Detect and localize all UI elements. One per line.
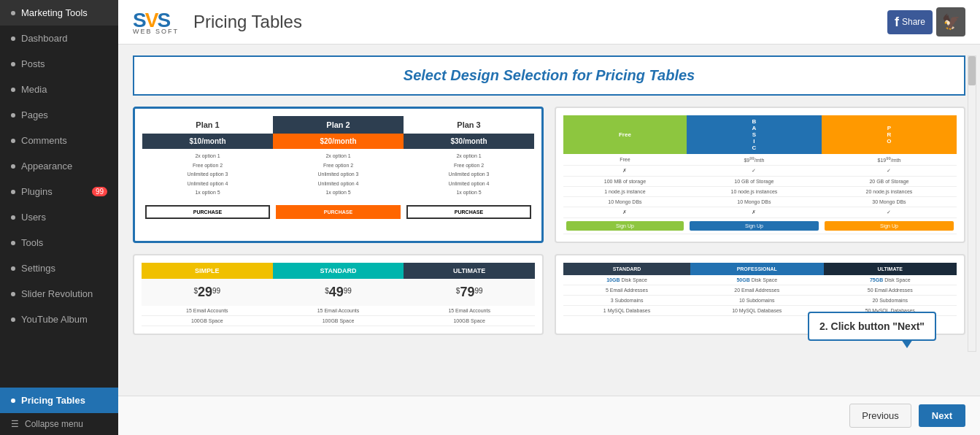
feature-ultimate-1: 15 Email Accounts: [404, 306, 535, 316]
feature-standard-1: 15 Email Accounts: [273, 306, 404, 316]
design-card-1[interactable]: Plan 1 $10/month 2x option 1 Free option…: [133, 107, 544, 243]
col-professional: PROFESSIONAL: [690, 263, 823, 275]
plan2-price: $20/month: [273, 134, 404, 149]
price-standard: $4999: [273, 279, 404, 306]
plan-col-2: Plan 2 $20/month 2x option 1 Free option…: [273, 116, 404, 223]
header-icons: f Share 🦅: [887, 7, 965, 36]
design-card-2[interactable]: Free BASIC PRO Free $999/mth $1999/mth ✗…: [555, 107, 965, 243]
sidebar-collapse-menu[interactable]: ☰ Collapse menu: [0, 413, 118, 435]
dashboard-icon: [11, 36, 15, 41]
settings-icon: [11, 266, 15, 271]
comments-icon: [11, 139, 15, 143]
plan2-header: Plan 2: [273, 116, 404, 134]
main-content: SVS WEB SOFT Pricing Tables f Share 🦅 Se…: [118, 0, 980, 435]
plan2-purchase-btn[interactable]: PURCHASE: [276, 205, 401, 219]
pricing-tables-icon: [11, 399, 15, 403]
media-icon: [11, 88, 15, 92]
signup-free-btn[interactable]: Sign Up: [566, 221, 684, 231]
col-ultimate: ULTIMATE: [824, 263, 957, 275]
plan1-price: $10/month: [142, 134, 273, 149]
signup-basic-btn[interactable]: Sign Up: [690, 221, 819, 231]
price-simple: $2999: [142, 279, 273, 306]
selection-title: Select Design Selection for Pricing Tabl…: [149, 67, 949, 84]
simple-col-2: STANDARD $4999 15 Email Accounts 100GB S…: [273, 263, 404, 326]
tier-standard: STANDARD: [273, 263, 404, 279]
pricing-simple: SIMPLE $2999 15 Email Accounts 100GB Spa…: [142, 263, 535, 326]
tier-free: Free: [563, 115, 687, 154]
tier-ultimate: ULTIMATE: [404, 263, 535, 279]
feature-standard-2: 100GB Space: [273, 316, 404, 326]
price-free: Free: [563, 154, 687, 166]
price-basic: $999/mth: [687, 154, 822, 166]
plan-card-inner: Plan 1 $10/month 2x option 1 Free option…: [142, 116, 534, 223]
plan1-header: Plan 1: [142, 116, 273, 134]
sidebar-item-youtube-album[interactable]: YouTube Album: [0, 307, 118, 332]
collapse-icon: ☰: [11, 419, 19, 429]
tier-basic: BASIC: [687, 115, 822, 154]
sidebar-item-plugins[interactable]: Plugins 99: [0, 179, 118, 204]
marketing-tools-icon: [11, 11, 15, 15]
feature-ultimate-2: 100GB Space: [404, 316, 535, 326]
content-area: Select Design Selection for Pricing Tabl…: [118, 45, 980, 396]
sidebar-item-appearance[interactable]: Appearance: [0, 153, 118, 179]
sidebar-item-slider-revolution[interactable]: Slider Revolution: [0, 281, 118, 307]
plan3-features: 2x option 1 Free option 2 Unlimited opti…: [404, 149, 534, 201]
youtube-icon: [11, 317, 15, 322]
tooltip: 2. Click button "Next": [808, 312, 936, 341]
sidebar-item-tools[interactable]: Tools: [0, 230, 118, 255]
plan-col-1: Plan 1 $10/month 2x option 1 Free option…: [142, 116, 273, 223]
facebook-share-button[interactable]: f Share: [887, 10, 933, 34]
sidebar-item-users[interactable]: Users: [0, 204, 118, 230]
next-button[interactable]: Next: [919, 404, 965, 427]
sidebar-item-posts[interactable]: Posts: [0, 51, 118, 77]
price-ultimate: $7999: [404, 279, 535, 306]
sidebar-bottom: Pricing Tables ☰ Collapse menu: [0, 388, 118, 435]
design-grid: Plan 1 $10/month 2x option 1 Free option…: [133, 107, 965, 335]
sidebar-item-media[interactable]: Media: [0, 77, 118, 102]
previous-button[interactable]: Previous: [849, 404, 911, 428]
sidebar-item-dashboard[interactable]: Dashboard: [0, 26, 118, 51]
appearance-icon: [11, 164, 15, 169]
feature-simple-2: 100GB Space: [142, 316, 273, 326]
sidebar-item-pages[interactable]: Pages: [0, 102, 118, 128]
plan2-features: 2x option 1 Free option 2 Unlimited opti…: [273, 149, 404, 201]
selection-header: Select Design Selection for Pricing Tabl…: [133, 55, 965, 96]
plan3-price: $30/month: [404, 134, 534, 149]
design-card-3[interactable]: SIMPLE $2999 15 Email Accounts 100GB Spa…: [133, 254, 544, 335]
plan3-header: Plan 3: [404, 116, 534, 134]
logo-websoft: WEB SOFT: [133, 28, 179, 35]
facebook-icon: f: [895, 15, 899, 30]
page-title: Pricing Tables: [193, 12, 873, 32]
plan1-purchase-btn[interactable]: PURCHASE: [145, 205, 270, 219]
plugins-badge: 99: [92, 187, 107, 196]
plan-col-3: Plan 3 $30/month 2x option 1 Free option…: [404, 116, 534, 223]
tier-pro: PRO: [822, 115, 957, 154]
plan3-purchase-btn[interactable]: PURCHASE: [406, 205, 531, 219]
sidebar-item-pricing-tables[interactable]: Pricing Tables: [0, 388, 118, 413]
sidebar-item-comments[interactable]: Comments: [0, 128, 118, 153]
hosting-table: Free BASIC PRO Free $999/mth $1999/mth ✗…: [563, 115, 957, 234]
sidebar: Marketing Tools Dashboard Posts Media Pa…: [0, 0, 118, 435]
pages-icon: [11, 113, 15, 118]
simple-col-3: ULTIMATE $7999 15 Email Accounts 100GB S…: [404, 263, 535, 326]
feature-simple-1: 15 Email Accounts: [142, 306, 273, 316]
slider-icon: [11, 292, 15, 296]
sidebar-item-marketing-tools[interactable]: Marketing Tools: [0, 0, 118, 26]
plan1-features: 2x option 1 Free option 2 Unlimited opti…: [142, 149, 273, 201]
simple-col-1: SIMPLE $2999 15 Email Accounts 100GB Spa…: [142, 263, 273, 326]
pro-table: STANDARD PROFESSIONAL ULTIMATE 10GB Disk…: [563, 263, 957, 316]
plugins-icon: [11, 190, 15, 194]
signup-pro-btn[interactable]: Sign Up: [825, 221, 954, 231]
eagle-icon: 🦅: [936, 7, 965, 36]
price-pro: $1999/mth: [822, 154, 957, 166]
users-icon: [11, 215, 15, 220]
tier-simple: SIMPLE: [142, 263, 273, 279]
scrollbar-track[interactable]: [968, 55, 976, 352]
col-standard: STANDARD: [563, 263, 690, 275]
logo: SVS WEB SOFT: [133, 9, 179, 35]
scrollbar-thumb[interactable]: [968, 56, 976, 85]
posts-icon: [11, 62, 15, 66]
tools-icon: [11, 241, 15, 245]
header: SVS WEB SOFT Pricing Tables f Share 🦅: [118, 0, 980, 45]
sidebar-item-settings[interactable]: Settings: [0, 255, 118, 281]
